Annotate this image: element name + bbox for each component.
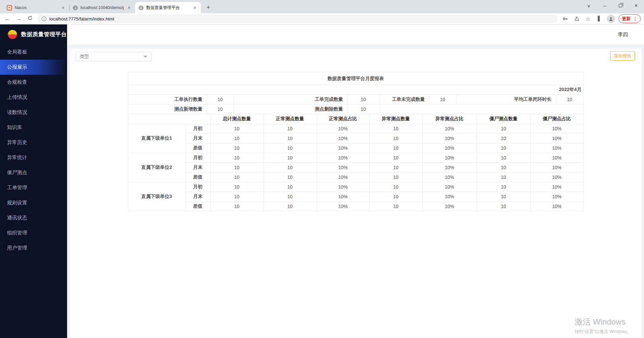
window-close-button[interactable]: ×: [628, 0, 644, 11]
watermark-line1: 激活 Windows: [575, 317, 631, 327]
value-cell: 10: [369, 153, 422, 163]
row-label-cell: 月末: [185, 192, 210, 202]
share-icon[interactable]: [573, 16, 581, 22]
sidebar-item-active[interactable]: 公报展示: [0, 60, 67, 75]
detail-header-row: 总计测点数量 正常测点数量 正常测点占比 异常测点数量 异常测点占比 僵尸测点数…: [128, 114, 583, 124]
value-cell: 10: [369, 134, 422, 143]
summary-row: 测点新增数量10测点删除数量10: [128, 105, 583, 114]
browser-tab-localhost-demo[interactable]: localhost:10040/demo/psjdbc ×: [69, 2, 135, 13]
back-icon[interactable]: ←: [3, 15, 11, 22]
value-cell: 10: [477, 192, 530, 202]
watermark-line2: 转到“设置”以激活 Windows。: [575, 329, 631, 335]
value-cell: 10%: [422, 182, 477, 192]
value-cell: 10: [263, 202, 317, 211]
new-tab-button[interactable]: +: [204, 3, 213, 12]
address-bar[interactable]: i localhost:7775/falarm/index.html: [38, 14, 558, 23]
table-row: 直属下级单位2月初101010%1010%1010%: [128, 153, 583, 163]
sidebar-item-link[interactable]: 知识库: [0, 120, 67, 135]
value-cell: 10%: [530, 163, 583, 173]
value-cell: 10%: [530, 143, 583, 153]
value-cell: 10%: [422, 192, 477, 202]
sidebar-item-link[interactable]: 异常历史: [0, 135, 67, 150]
value-cell: 10%: [317, 163, 369, 173]
site-info-icon[interactable]: i: [42, 16, 46, 21]
summary-label-cell: 测点新增数量: [128, 105, 207, 114]
export-report-button[interactable]: 导出报告: [610, 51, 635, 61]
row-label-cell: 月末: [185, 134, 210, 143]
sidebar-item-link[interactable]: 通讯状态: [0, 210, 67, 225]
type-select[interactable]: 类型: [75, 52, 152, 61]
chevron-down-icon: [143, 56, 147, 58]
summary-value-cell: 10: [347, 95, 379, 105]
summary-value-cell: 10: [207, 105, 233, 114]
value-cell: 10: [263, 163, 317, 173]
tab-title: localhost:10040/demo/psjdbc: [80, 5, 124, 10]
sidebar-item-link[interactable]: 上传情况: [0, 90, 67, 105]
sidebar-item-link[interactable]: 规则设置: [0, 195, 67, 210]
tab-title: Nacos: [15, 5, 58, 10]
sidebar-item-link[interactable]: 合规检查: [0, 75, 67, 90]
summary-label-cell: 平均工单闭环时长: [456, 95, 556, 105]
summary-empty-cell: [379, 105, 583, 114]
summary-value-cell: 10: [347, 105, 379, 114]
browser-tabstrip: Nacos × localhost:10040/demo/psjdbc × 数据…: [0, 0, 644, 13]
browser-menu-kebab-icon[interactable]: ⋮: [633, 16, 637, 21]
column-header: 异常测点数量: [369, 114, 422, 124]
value-cell: 10%: [317, 143, 369, 153]
value-cell: 10: [477, 124, 530, 134]
value-cell: 10%: [422, 124, 477, 134]
report-panel: 类型 导出报告 数据质量管理平台月度报表 2022年4月 工单执行数量10工单完…: [70, 49, 641, 338]
value-cell: 10: [210, 182, 263, 192]
value-cell: 10%: [317, 192, 369, 202]
summary-value-cell: 10: [207, 95, 233, 105]
sidebar-item-link[interactable]: 用户管理: [0, 241, 67, 256]
browser-tab-active[interactable]: 数据质量管理平台 ×: [135, 2, 201, 13]
summary-value-cell: 10: [429, 95, 456, 105]
value-cell: 10: [477, 153, 530, 163]
tab-search-chevron-icon[interactable]: ∨: [581, 0, 597, 11]
sidebar-menu: 全局看板公报展示合规检查上传情况读数情况知识库异常历史异常统计僵尸测点工单管理规…: [0, 45, 67, 338]
column-header: 异常测点占比: [422, 114, 477, 124]
sidebar-item-link[interactable]: 异常统计: [0, 150, 67, 165]
value-cell: 10%: [317, 173, 369, 182]
summary-label-cell: 测点删除数量: [233, 105, 347, 114]
value-cell: 10: [477, 202, 530, 211]
sidebar-item-link[interactable]: 读数情况: [0, 105, 67, 120]
row-label-cell: 差值: [185, 143, 210, 153]
current-username[interactable]: 李四: [618, 31, 628, 38]
tab-close-icon[interactable]: ×: [192, 5, 198, 10]
row-label-cell: 月初: [185, 124, 210, 134]
report-title: 数据质量管理平台月度报表: [128, 72, 583, 85]
tab-close-icon[interactable]: ×: [60, 5, 66, 10]
chrome-update-button[interactable]: 更新 ⋮: [619, 14, 641, 23]
password-key-icon[interactable]: [561, 16, 569, 22]
url-text: localhost:7775/falarm/index.html: [49, 16, 114, 21]
value-cell: 10: [210, 163, 263, 173]
unit-name-cell: 直属下级单位3: [128, 182, 185, 211]
sidebar-item-link[interactable]: 工单管理: [0, 180, 67, 195]
value-cell: 10%: [317, 182, 369, 192]
tab-close-icon[interactable]: ×: [126, 5, 132, 10]
summary-table: 数据质量管理平台月度报表 2022年4月 工单执行数量10工单完成数量10工单未…: [128, 72, 584, 114]
browser-profile-avatar[interactable]: [607, 15, 615, 23]
sidebar-item-link[interactable]: 组织管理: [0, 225, 67, 241]
sidebar-item-link[interactable]: 全局看板: [0, 45, 67, 60]
row-label-cell: 月末: [185, 163, 210, 173]
value-cell: 10: [263, 173, 317, 182]
petro-sunburst-logo-icon: [7, 29, 18, 40]
bookmark-star-icon[interactable]: ☆: [584, 16, 592, 22]
value-cell: 10: [263, 143, 317, 153]
refresh-icon[interactable]: [26, 15, 34, 22]
value-cell: 10%: [422, 173, 477, 182]
forward-icon[interactable]: →: [15, 15, 23, 22]
value-cell: 10: [369, 202, 422, 211]
window-restore-button[interactable]: [612, 0, 628, 11]
row-label-cell: 差值: [185, 202, 210, 211]
window-minimize-button[interactable]: ─: [597, 0, 612, 11]
detail-table: 总计测点数量 正常测点数量 正常测点占比 异常测点数量 异常测点占比 僵尸测点数…: [128, 114, 584, 211]
table-row: 差值101010%1010%1010%: [128, 202, 583, 211]
side-panel-icon[interactable]: [595, 16, 603, 22]
sidebar-item-link[interactable]: 僵尸测点: [0, 165, 67, 180]
type-select-placeholder: 类型: [80, 54, 89, 60]
browser-tab-nacos[interactable]: Nacos ×: [3, 2, 69, 13]
